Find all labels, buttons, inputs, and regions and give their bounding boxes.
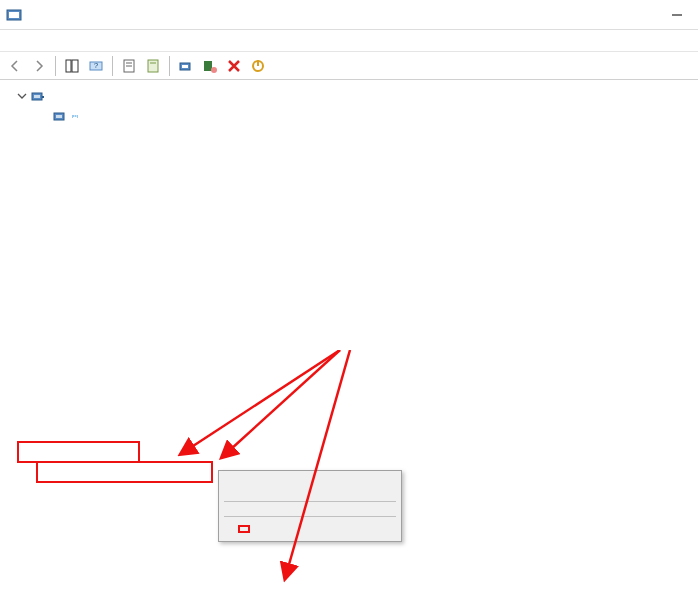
tree-node-realtek[interactable] bbox=[0, 106, 698, 126]
svg-rect-19 bbox=[42, 96, 44, 98]
disable-button[interactable] bbox=[247, 55, 269, 77]
uninstall-button[interactable] bbox=[223, 55, 245, 77]
tree-node-network-adapters[interactable] bbox=[0, 86, 698, 106]
title-bar bbox=[0, 0, 698, 30]
forward-button[interactable] bbox=[28, 55, 50, 77]
svg-rect-4 bbox=[72, 60, 78, 72]
show-hide-button[interactable] bbox=[61, 55, 83, 77]
svg-point-15 bbox=[211, 67, 217, 73]
update-button[interactable] bbox=[142, 55, 164, 77]
scan-button[interactable] bbox=[175, 55, 197, 77]
svg-rect-14 bbox=[204, 61, 212, 71]
ctx-properties[interactable] bbox=[238, 525, 250, 533]
network-icon bbox=[30, 88, 46, 104]
help-button[interactable]: ? bbox=[85, 55, 107, 77]
ctx-update-driver[interactable] bbox=[222, 474, 398, 482]
network-adapter-icon bbox=[52, 108, 68, 124]
add-hardware-button[interactable] bbox=[199, 55, 221, 77]
separator bbox=[224, 516, 396, 517]
spacer bbox=[38, 110, 50, 122]
svg-rect-3 bbox=[66, 60, 71, 72]
collapse-icon[interactable] bbox=[16, 90, 28, 102]
ctx-uninstall[interactable] bbox=[222, 490, 398, 498]
separator bbox=[224, 501, 396, 502]
minimize-button[interactable] bbox=[670, 8, 684, 22]
context-menu bbox=[218, 470, 402, 542]
svg-text:?: ? bbox=[94, 61, 99, 70]
svg-rect-1 bbox=[9, 12, 19, 18]
ctx-scan[interactable] bbox=[222, 505, 398, 513]
properties-button[interactable] bbox=[118, 55, 140, 77]
back-button[interactable] bbox=[4, 55, 26, 77]
menu-bar bbox=[0, 30, 698, 52]
svg-rect-10 bbox=[148, 60, 158, 72]
svg-rect-13 bbox=[182, 65, 188, 68]
ctx-disable[interactable] bbox=[222, 482, 398, 490]
svg-rect-21 bbox=[56, 115, 62, 118]
svg-rect-18 bbox=[34, 95, 40, 98]
toolbar: ? bbox=[0, 52, 698, 80]
app-icon bbox=[6, 7, 22, 23]
tree-label bbox=[72, 115, 78, 117]
